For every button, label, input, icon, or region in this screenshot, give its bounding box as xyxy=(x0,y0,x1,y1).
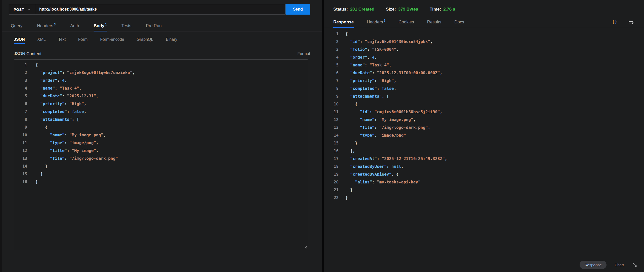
body-type-text[interactable]: Text xyxy=(58,37,65,44)
body-type-graphql[interactable]: GraphQL xyxy=(137,37,153,44)
code-line: 14 "type": "image/png" xyxy=(324,131,644,139)
body-type-json[interactable]: JSON xyxy=(14,37,25,44)
code-line: 7 "completed": false, xyxy=(14,108,308,115)
request-url-row: POST http://localhost:3000/api/tasks Sen… xyxy=(9,4,310,15)
body-count-badge: 1 xyxy=(105,23,107,26)
code-line: 2 "project": "cmjek8ugc00flqwbs7smzieku"… xyxy=(14,69,308,76)
response-tabs: Response Headers6 Cookies Results Docs {… xyxy=(324,17,644,28)
line-number: 12 xyxy=(324,116,339,124)
method-select[interactable]: POST xyxy=(9,4,35,14)
code-line: 17 "createdAt": "2025-12-21T16:25:49.328… xyxy=(324,155,644,163)
line-number: 6 xyxy=(324,69,339,77)
status-value: 201 Created xyxy=(350,7,374,12)
line-number: 9 xyxy=(324,92,339,100)
line-number: 16 xyxy=(324,147,339,155)
url-input[interactable]: http://localhost:3000/api/tasks xyxy=(35,4,285,14)
code-line: 8 "completed": false, xyxy=(324,85,644,92)
method-label: POST xyxy=(14,7,24,12)
tab-auth[interactable]: Auth xyxy=(70,23,79,31)
url-box: POST http://localhost:3000/api/tasks xyxy=(9,4,286,15)
json-body-editor[interactable]: 1{2 "project": "cmjek8ugc00flqwbs7smziek… xyxy=(14,59,308,249)
tab-cookies[interactable]: Cookies xyxy=(398,20,414,28)
response-view-button[interactable]: Response xyxy=(580,261,607,269)
code-line: 6 "priority": "High", xyxy=(14,100,308,108)
code-line: 20 "alias": "my-tasks-api-key" xyxy=(324,178,644,186)
line-number: 5 xyxy=(324,61,339,69)
response-time: Time: 2.76 s xyxy=(430,7,455,12)
response-toolbar-icons: {} xyxy=(612,19,634,28)
tab-response[interactable]: Response xyxy=(333,20,354,28)
line-number: 20 xyxy=(324,178,339,186)
body-type-xml[interactable]: XML xyxy=(37,37,46,44)
code-line: 11 "id": "cmjfxv6m0001b30bsc5j2it90", xyxy=(324,108,644,116)
size-value: 379 Bytes xyxy=(398,7,418,12)
body-type-form-encode[interactable]: Form-encode xyxy=(100,37,124,44)
code-line: 19 "createdByApiKey": { xyxy=(324,170,644,178)
line-number: 11 xyxy=(14,139,27,147)
code-line: 18 "createdByUser": null, xyxy=(324,163,644,170)
code-line: 5 "dueDate": "2025-12-31", xyxy=(14,92,308,100)
line-number: 9 xyxy=(14,123,27,131)
request-panel: POST http://localhost:3000/api/tasks Sen… xyxy=(2,0,322,272)
code-line: 13 "file": "/img/logo-dark.png" xyxy=(14,154,308,162)
line-number: 3 xyxy=(14,76,27,84)
tab-headers[interactable]: Headers3 xyxy=(37,23,56,31)
body-type-form[interactable]: Form xyxy=(78,37,88,44)
line-number: 2 xyxy=(14,69,27,76)
request-tabs: Query Headers3 Auth Body1 Tests Pre Run xyxy=(2,21,322,32)
request-body-code: 1{2 "project": "cmjek8ugc00flqwbs7smziek… xyxy=(14,61,308,186)
api-client-window: POST http://localhost:3000/api/tasks Sen… xyxy=(0,0,644,272)
tab-pre-run[interactable]: Pre Run xyxy=(146,23,162,31)
code-line: 9 { xyxy=(14,123,308,131)
body-type-tabs: JSON XML Text Form Form-encode GraphQL B… xyxy=(2,37,322,44)
body-type-binary[interactable]: Binary xyxy=(166,37,177,44)
code-line: 1{ xyxy=(14,61,308,69)
code-line: 6 "dueDate": "2025-12-31T00:00:00.000Z", xyxy=(324,69,644,77)
time-value: 2.76 s xyxy=(443,7,455,12)
line-number: 14 xyxy=(14,162,27,170)
line-number: 17 xyxy=(324,155,339,163)
line-number: 8 xyxy=(14,115,27,123)
code-line: 14 } xyxy=(14,162,308,170)
tab-tests[interactable]: Tests xyxy=(121,23,131,31)
line-number: 15 xyxy=(324,139,339,147)
panel-divider[interactable] xyxy=(322,0,324,272)
code-line: 5 "name": "Task 4", xyxy=(324,61,644,69)
expand-icon[interactable] xyxy=(632,262,637,268)
line-number: 19 xyxy=(324,170,339,178)
tab-response-headers[interactable]: Headers6 xyxy=(367,20,385,28)
send-button[interactable]: Send xyxy=(286,4,310,15)
resize-grip-icon[interactable] xyxy=(303,245,307,249)
tab-query[interactable]: Query xyxy=(11,23,22,31)
editor-header: JSON Content Format xyxy=(14,51,310,56)
code-line: 21 } xyxy=(324,186,644,194)
tab-body[interactable]: Body1 xyxy=(94,23,107,31)
line-number: 4 xyxy=(14,84,27,92)
line-number: 10 xyxy=(14,131,27,139)
headers-count-badge: 3 xyxy=(54,23,56,26)
line-number: 6 xyxy=(14,100,27,108)
code-line: 22} xyxy=(324,194,644,202)
line-number: 2 xyxy=(324,38,339,46)
line-number: 18 xyxy=(324,163,339,170)
code-line: 9 "attachments": [ xyxy=(324,92,644,100)
line-number: 22 xyxy=(324,194,339,202)
tab-docs[interactable]: Docs xyxy=(454,20,464,28)
line-number: 7 xyxy=(324,77,339,85)
chart-view-button[interactable]: Chart xyxy=(613,261,625,269)
response-body-viewer[interactable]: 1{2 "id": "cmjfxv6kz001430bsxu54jpbk",3 … xyxy=(324,28,644,202)
line-number: 10 xyxy=(324,100,339,108)
prettify-json-icon[interactable]: {} xyxy=(612,19,617,24)
code-line: 4 "order": 4, xyxy=(324,53,644,61)
response-status-row: Status: 201 Created Size: 379 Bytes Time… xyxy=(324,0,644,12)
code-line: 16} xyxy=(14,178,308,186)
code-line: 2 "id": "cmjfxv6kz001430bsxu54jpbk", xyxy=(324,38,644,46)
tab-results[interactable]: Results xyxy=(427,20,441,28)
line-number: 13 xyxy=(14,154,27,162)
format-button[interactable]: Format xyxy=(297,52,310,56)
code-line: 15 ] xyxy=(14,170,308,178)
word-wrap-icon[interactable] xyxy=(628,19,634,25)
line-number: 13 xyxy=(324,124,339,131)
line-number: 15 xyxy=(14,170,27,178)
code-line: 3 "order": 4, xyxy=(14,76,308,84)
